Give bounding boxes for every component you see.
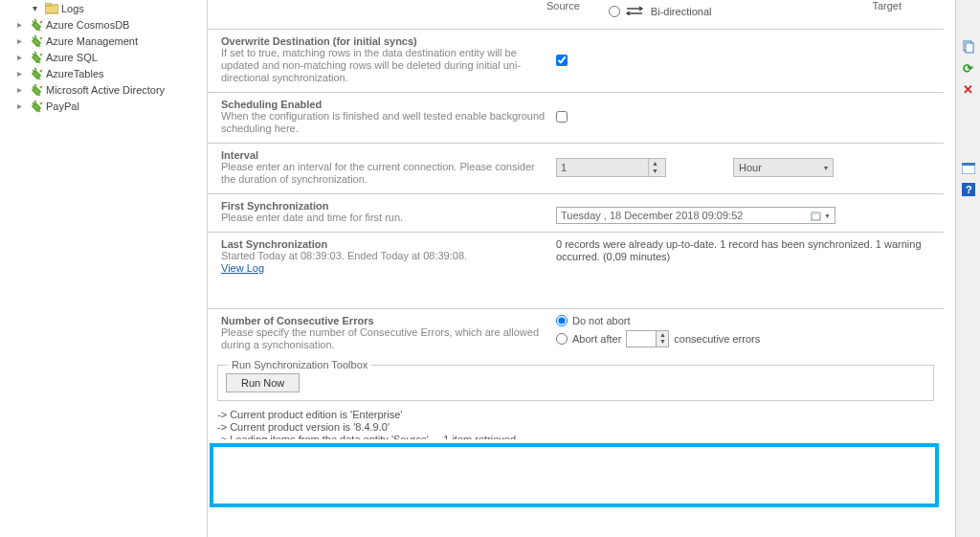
log-output: -> Current product edition is 'Enterpris… [208,407,944,441]
first-sync-datepicker[interactable]: Tuesday , 18 December 2018 09:09:52 ▼ [556,207,835,224]
donotabort-label: Do not abort [572,315,631,326]
first-sync-section: First Synchronization Please enter date … [208,194,944,233]
plugin-icon [29,83,44,97]
arrows-bidirectional-icon [625,6,646,17]
toolbox-title: Run Synchronization Toolbox [228,359,371,370]
abortafter-radio[interactable] [556,333,568,345]
tree-label: Azure SQL [46,52,98,63]
donotabort-radio[interactable] [556,315,568,326]
abortafter-value[interactable] [627,331,656,347]
first-sync-datetime: Tuesday , 18 December 2018 09:09:52 [561,210,743,221]
help-icon[interactable]: ? [961,182,976,197]
source-label: Source [546,0,580,11]
chevron-right-icon: ▸ [17,84,29,95]
first-sync-title: First Synchronization [221,200,546,212]
interval-unit-select[interactable]: Hour ▾ [733,158,834,177]
tree-label: Logs [61,3,84,14]
copy-icon[interactable] [961,39,976,55]
scheduling-title: Scheduling Enabled [221,99,546,110]
plugin-icon [29,18,44,32]
tree-label: Azure CosmosDB [46,19,129,31]
window-icon[interactable] [961,161,976,176]
abortafter-suffix: consecutive errors [674,333,760,345]
log-line: -> Loading items from the data entity 'S… [217,434,934,439]
tree-item-paypal[interactable]: ▸ PayPal [0,98,207,114]
dir-bidi-radio[interactable] [609,6,620,17]
run-now-button[interactable]: Run Now [226,373,300,392]
chevron-right-icon: ▸ [17,52,29,62]
last-sync-section: Last Synchronization Started Today at 08… [208,233,944,309]
tree-item-azuremgmt[interactable]: ▸ Azure Management [0,33,207,49]
svg-rect-7 [962,163,975,166]
right-sidebar: ⟳ ✕ ? [955,0,980,537]
first-sync-desc: Please enter date and time for first run… [221,212,546,224]
connection-tree: ▾ Logs ▸ Azure CosmosDB ▸ Azure Manageme… [0,0,207,537]
chevron-down-icon: ▾ [33,3,44,13]
interval-unit-value: Hour [739,162,762,173]
log-line: -> Current product version is '8.4.9.0' [217,421,934,434]
configuration-panel: Source ← Right to Left Bi-directional Ta… [207,0,944,537]
run-toolbox-group: Run Synchronization Toolbox Run Now [217,365,934,401]
calendar-dropdown-icon: ▼ [811,211,831,221]
direction-section: Source ← Right to Left Bi-directional Ta… [208,0,944,30]
chevron-right-icon: ▸ [17,68,29,78]
chevron-right-icon: ▸ [17,35,29,46]
scheduling-desc: When the configuration is finished and w… [221,110,546,135]
refresh-icon[interactable]: ⟳ [961,60,976,76]
chevron-right-icon: ▸ [17,101,29,111]
view-log-link[interactable]: View Log [221,262,264,274]
spinner-buttons[interactable]: ▲▼ [656,331,668,347]
interval-spinner[interactable]: ▲▼ [556,158,666,177]
spinner-buttons[interactable]: ▲▼ [648,159,661,176]
tree-label: AzureTables [46,68,104,79]
interval-value[interactable] [557,159,648,176]
abortafter-spinner[interactable]: ▲▼ [626,330,669,347]
chevron-right-icon: ▸ [17,19,29,30]
svg-rect-5 [966,43,973,53]
svg-rect-3 [812,213,820,214]
errors-opt1-row[interactable]: Do not abort [556,315,930,326]
errors-title: Number of Consecutive Errors [221,315,546,326]
tree-item-ad[interactable]: ▸ Microsoft Active Directory [0,81,207,98]
plugin-icon [29,67,44,80]
tree-item-azuresql[interactable]: ▸ Azure SQL [0,49,207,65]
overwrite-section: Overwrite Destination (for initial syncs… [208,30,944,93]
errors-opt2-row[interactable]: Abort after ▲▼ consecutive errors [556,330,930,347]
tree-item-cosmosdb[interactable]: ▸ Azure CosmosDB [0,16,207,33]
delete-icon[interactable]: ✕ [961,81,976,97]
interval-title: Interval [221,149,546,161]
tree-item-logs[interactable]: ▾ Logs [0,0,207,16]
tree-label: Microsoft Active Directory [46,84,165,96]
chevron-down-icon: ▾ [824,164,828,172]
scheduling-section: Scheduling Enabled When the configuratio… [208,93,944,144]
overwrite-checkbox[interactable] [556,55,568,66]
tree-item-azuretables[interactable]: ▸ AzureTables [0,65,207,81]
interval-section: Interval Please enter an interval for th… [208,144,944,194]
scheduling-checkbox[interactable] [556,111,568,123]
errors-desc: Please specify the number of Consecutive… [221,326,546,351]
log-line: -> Current product edition is 'Enterpris… [217,409,934,421]
plugin-icon [29,51,44,64]
folder-icon [44,3,59,14]
plugin-icon [29,100,44,113]
overwrite-title: Overwrite Destination (for initial syncs… [221,35,546,47]
svg-text:?: ? [966,184,972,195]
interval-desc: Please enter an interval for the current… [221,161,546,186]
svg-rect-1 [45,3,51,6]
plugin-icon [29,34,44,48]
abortafter-prefix: Abort after [572,333,621,345]
tree-label: PayPal [46,101,79,112]
dir-bidi-row[interactable]: Bi-directional [609,6,844,17]
last-sync-desc: Started Today at 08:39:03. Ended Today a… [221,250,546,262]
last-sync-result: 0 records were already up-to-date. 1 rec… [556,238,930,263]
overwrite-desc: If set to true, matching rows in the dat… [221,47,546,84]
tree-label: Azure Management [46,35,138,47]
dir-bidi-label: Bi-directional [651,6,712,17]
target-label: Target [872,0,902,11]
last-sync-title: Last Synchronization [221,238,546,250]
errors-section: Number of Consecutive Errors Please spec… [208,309,944,359]
